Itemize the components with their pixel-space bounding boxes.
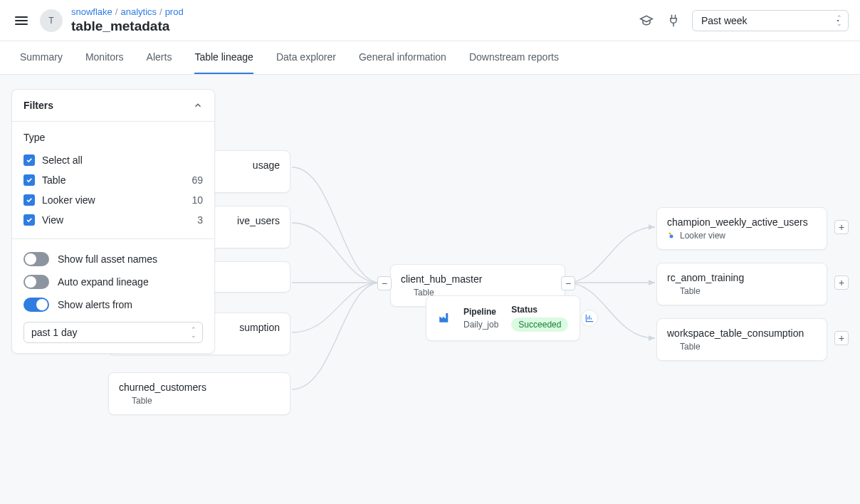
alerts-range-select[interactable]: past 1 day ⌃⌄ [23, 322, 203, 343]
svg-point-0 [669, 233, 671, 235]
education-icon[interactable] [638, 12, 655, 29]
pipeline-label: Pipeline [463, 307, 498, 317]
tab-general-info[interactable]: General information [359, 41, 446, 74]
node-type: Table [680, 286, 701, 296]
node-title: rc_anom_training [667, 272, 817, 283]
breadcrumb-link[interactable]: analytics [120, 6, 157, 17]
pipeline-card[interactable]: Pipeline Daily_job Status Succeeded [426, 295, 580, 341]
expand-button[interactable]: + [834, 220, 849, 234]
checkbox-select-all[interactable] [23, 154, 35, 166]
node-type: Table [132, 396, 152, 406]
plug-icon[interactable] [665, 12, 682, 29]
tabs: Summary Monitors Alerts Table lineage Da… [0, 41, 860, 75]
date-range-label: Past week [701, 15, 748, 26]
filter-count: 10 [192, 194, 203, 206]
filter-label[interactable]: View [42, 214, 190, 226]
node-downstream[interactable]: champion_weekly_active_users Looker view [656, 207, 827, 250]
breadcrumb-separator: / [115, 6, 118, 17]
avatar[interactable]: T [40, 9, 63, 32]
collapse-left-button[interactable]: − [377, 276, 392, 290]
menu-button[interactable] [11, 11, 31, 31]
node-title: churned_customers [119, 382, 280, 393]
updown-icon: ⌃⌄ [191, 327, 196, 338]
toggle-label: Auto expand lineage [58, 276, 149, 288]
chart-icon[interactable] [581, 310, 598, 327]
lineage-canvas[interactable]: Filters Type Select all Table 69 Looker … [0, 75, 860, 500]
date-range-select[interactable]: Past week ⌃⌄ [692, 10, 849, 31]
toggle-label: Show alerts from [58, 299, 132, 310]
tab-table-lineage[interactable]: Table lineage [194, 41, 253, 74]
node-type: Table [680, 342, 701, 352]
tab-monitors[interactable]: Monitors [85, 41, 124, 74]
toggle-auto-expand[interactable] [23, 275, 49, 289]
toggle-show-alerts[interactable] [23, 298, 49, 312]
pipeline-value: Daily_job [463, 320, 498, 330]
collapse-right-button[interactable]: − [561, 276, 575, 290]
breadcrumb-link[interactable]: prod [165, 6, 184, 17]
filters-toggle[interactable]: Filters [12, 90, 214, 122]
filter-group-type: Type [23, 132, 203, 143]
breadcrumb-link[interactable]: snowflake [71, 6, 112, 17]
header: T snowflake / analytics / prod table_met… [0, 0, 860, 41]
filter-label[interactable]: Select all [42, 154, 196, 166]
node-downstream[interactable]: workspace_table_consumption Table [656, 318, 827, 361]
tab-data-explorer[interactable]: Data explorer [276, 41, 336, 74]
expand-button[interactable]: + [834, 331, 849, 345]
filter-label[interactable]: Looker view [42, 194, 184, 206]
breadcrumb-separator: / [159, 6, 162, 17]
looker-icon [667, 231, 676, 240]
snowflake-icon [667, 287, 676, 295]
node-title: client_hub_master [401, 273, 555, 285]
node-downstream[interactable]: rc_anom_training Table [656, 263, 827, 305]
node-upstream[interactable]: churned_customers Table [108, 372, 290, 415]
tab-downstream-reports[interactable]: Downstream reports [469, 41, 559, 74]
status-badge: Succeeded [511, 317, 568, 332]
breadcrumb: snowflake / analytics / prod table_metad… [71, 6, 184, 34]
page-title: table_metadata [71, 19, 184, 34]
node-title: champion_weekly_active_users [667, 216, 817, 228]
snowflake-icon [667, 342, 676, 351]
filter-count: 3 [197, 214, 203, 226]
node-type: Looker view [680, 231, 725, 241]
updown-icon: ⌃⌄ [837, 15, 842, 26]
snowflake-icon [401, 288, 409, 297]
alerts-range-value: past 1 day [31, 327, 78, 338]
expand-button[interactable]: + [834, 275, 849, 290]
hamburger-icon [15, 14, 28, 27]
status-label: Status [511, 305, 568, 315]
factory-icon [438, 311, 451, 326]
checkbox-table[interactable] [23, 174, 35, 186]
node-title: workspace_table_consumption [667, 327, 817, 339]
tab-alerts[interactable]: Alerts [147, 41, 172, 74]
filter-count: 69 [192, 174, 203, 186]
filters-panel: Filters Type Select all Table 69 Looker … [11, 89, 215, 354]
filters-title: Filters [23, 100, 53, 111]
tab-summary[interactable]: Summary [20, 41, 63, 74]
filter-label[interactable]: Table [42, 174, 184, 186]
toggle-full-names[interactable] [23, 252, 49, 266]
chevron-up-icon [193, 100, 203, 110]
toggle-label: Show full asset names [58, 253, 157, 265]
checkbox-view[interactable] [23, 214, 35, 226]
svg-point-1 [670, 235, 673, 238]
snowflake-icon [119, 397, 127, 405]
divider [12, 238, 214, 239]
checkbox-looker-view[interactable] [23, 194, 35, 206]
